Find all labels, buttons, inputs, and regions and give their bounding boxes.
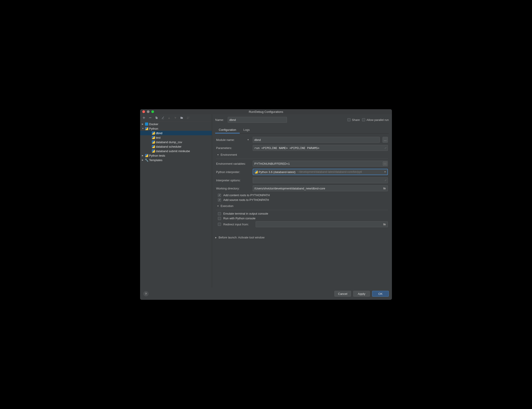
tree-item[interactable]: databand scheduler <box>140 144 212 149</box>
env-vars-row: Environment variables: <box>216 161 388 167</box>
allow-parallel-checkbox[interactable] <box>362 118 365 121</box>
sort-button[interactable] <box>186 115 190 120</box>
traffic-lights <box>142 110 154 113</box>
environment-section-label: Environment <box>221 153 237 156</box>
add-source-roots-label: Add source roots to PYTHONPATH <box>223 198 269 202</box>
move-up-button[interactable]: ▲ <box>167 115 171 120</box>
sidebar-toolbar: ▲ ▼ <box>140 114 212 121</box>
tree-item[interactable]: ▶🔧Templates <box>140 158 212 162</box>
module-name-label[interactable]: Module name: ▼ <box>216 138 251 142</box>
wrench-icon: 🔧 <box>145 158 148 162</box>
python-icon <box>255 170 258 174</box>
python-icon <box>152 149 155 153</box>
sidebar: ▲ ▼ ▶Docker▼Pythondbndtestdataband dump_… <box>140 114 212 288</box>
interpreter-row: Python interpreter: Python 3.6 (databand… <box>216 169 388 175</box>
name-label: Name: <box>215 118 226 121</box>
move-down-button[interactable]: ▼ <box>173 115 178 120</box>
tree-arrow-icon[interactable]: ▶ <box>142 123 145 125</box>
docker-icon <box>145 122 148 126</box>
folder-button[interactable] <box>179 115 184 120</box>
tree-item[interactable]: ▶Docker <box>140 122 212 126</box>
folder-icon[interactable] <box>382 186 387 191</box>
config-tabs: Configuration Logs <box>215 127 389 134</box>
copy-config-button[interactable] <box>154 115 159 120</box>
chevron-down-icon: ▼ <box>217 154 219 156</box>
remove-config-button[interactable] <box>148 115 153 120</box>
interp-options-row: Interpreter options: ⤢ <box>216 177 388 183</box>
tree-arrow-icon[interactable]: ▶ <box>142 154 145 157</box>
separator <box>216 210 388 210</box>
apply-button[interactable]: Apply <box>353 291 370 297</box>
separator <box>216 159 388 159</box>
cancel-button[interactable]: Cancel <box>334 291 351 297</box>
environment-section-header[interactable]: ▼ Environment <box>217 153 388 156</box>
add-content-roots-label: Add content roots to PYTHONPATH <box>223 194 270 197</box>
tree-item-label: dbnd <box>156 131 162 135</box>
allow-parallel-label[interactable]: Allow parallel run <box>362 118 389 121</box>
redirect-input-checkbox[interactable] <box>218 223 221 226</box>
add-config-button[interactable] <box>142 115 146 120</box>
tree-arrow-icon[interactable]: ▶ <box>142 159 145 161</box>
python-icon <box>152 145 155 148</box>
add-source-roots-checkbox[interactable] <box>218 198 221 202</box>
execution-section-header[interactable]: ▼ Execution <box>217 204 388 208</box>
config-tree[interactable]: ▶Docker▼Pythondbndtestdataband dump_csvd… <box>140 121 212 288</box>
add-content-roots-row[interactable]: Add content roots to PYTHONPATH <box>218 194 388 197</box>
tree-item[interactable]: databand dump_csv <box>140 140 212 144</box>
redirect-input-field[interactable] <box>256 221 388 227</box>
footer: ? Cancel Apply OK <box>140 288 392 300</box>
list-icon[interactable] <box>383 162 387 166</box>
tree-item[interactable]: ▶Python tests <box>140 153 212 158</box>
name-input[interactable] <box>228 117 287 123</box>
python-icon <box>152 136 155 139</box>
help-button[interactable]: ? <box>143 291 149 297</box>
share-checkbox-label[interactable]: Share <box>347 118 360 121</box>
env-vars-input[interactable] <box>253 161 388 167</box>
tree-item-label: databand dump_csv <box>156 140 182 144</box>
redirect-input-checkbox-label[interactable]: Redirect input from: <box>218 223 254 226</box>
tree-item[interactable]: test <box>140 135 212 140</box>
run-python-console-row[interactable]: Run with Python console <box>218 217 388 220</box>
run-python-console-checkbox[interactable] <box>218 217 221 220</box>
run-python-console-label: Run with Python console <box>223 217 256 220</box>
expand-icon[interactable]: ⤢ <box>384 147 387 149</box>
expand-icon[interactable]: ⤢ <box>384 179 387 182</box>
ok-button[interactable]: OK <box>372 291 389 297</box>
tree-item-label: test <box>156 136 161 139</box>
tree-item[interactable]: databand submit minikube <box>140 149 212 153</box>
python-icon <box>152 140 155 144</box>
maximize-window-icon[interactable] <box>151 110 154 113</box>
python-icon <box>152 131 155 135</box>
working-dir-label: Working directory: <box>216 187 251 190</box>
python-icon <box>145 154 148 157</box>
parameters-input[interactable] <box>253 145 388 151</box>
emulate-terminal-checkbox[interactable] <box>218 212 221 215</box>
folder-icon[interactable] <box>382 222 387 227</box>
tab-logs[interactable]: Logs <box>240 127 253 133</box>
tree-item[interactable]: dbnd <box>140 131 212 135</box>
redirect-input-row: Redirect input from: <box>218 221 388 227</box>
chevron-down-icon: ▼ <box>247 139 249 141</box>
parameters-label: Parameters: <box>216 146 251 150</box>
module-more-button[interactable]: … <box>382 137 388 143</box>
interpreter-name: Python 3.6 (databand-latest) <box>259 170 295 174</box>
emulate-terminal-row[interactable]: Emulate terminal in output console <box>218 212 388 215</box>
interp-options-input[interactable] <box>253 177 388 183</box>
before-launch-header[interactable]: ▶ Before launch: Activate tool window <box>215 236 389 239</box>
content: ▲ ▼ ▶Docker▼Pythondbndtestdataband dump_… <box>140 114 392 300</box>
working-dir-input[interactable] <box>253 186 388 191</box>
share-checkbox[interactable] <box>347 118 351 121</box>
module-name-row: Module name: ▼ … <box>216 137 388 143</box>
close-window-icon[interactable] <box>142 110 145 113</box>
tab-configuration[interactable]: Configuration <box>215 127 240 133</box>
tree-item-label: Docker <box>149 122 158 126</box>
tree-arrow-icon[interactable]: ▼ <box>142 127 145 130</box>
edit-templates-button[interactable] <box>160 115 165 120</box>
working-dir-row: Working directory: <box>216 186 388 191</box>
add-source-roots-row[interactable]: Add source roots to PYTHONPATH <box>218 198 388 202</box>
titlebar: Run/Debug Configurations <box>140 109 392 114</box>
add-content-roots-checkbox[interactable] <box>218 194 221 197</box>
tree-item[interactable]: ▼Python <box>140 126 212 131</box>
interpreter-select[interactable]: Python 3.6 (databand-latest) ~/developme… <box>253 169 388 175</box>
module-name-input[interactable] <box>253 137 380 143</box>
